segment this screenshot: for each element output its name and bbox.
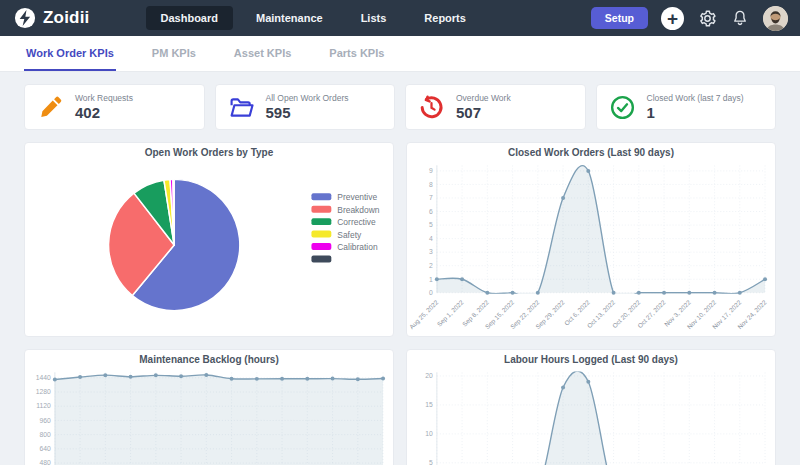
kpi-label: Work Requests [75, 93, 133, 103]
data-point[interactable] [129, 375, 133, 379]
y-axis-label: 1120 [36, 403, 51, 410]
y-axis-label: 20 [425, 372, 433, 379]
data-point[interactable] [536, 291, 540, 295]
y-axis-label: 480 [40, 459, 52, 465]
y-axis-label: 8 [429, 181, 433, 188]
area-fill [55, 375, 383, 465]
tab-asset-kpis[interactable]: Asset KPIs [232, 47, 293, 71]
pie-chart[interactable]: PreventiveBreakdownCorrectiveSafetyCalib… [27, 159, 391, 335]
setup-button[interactable]: Setup [591, 7, 648, 29]
chart-title: Labour Hours Logged (Last 90 days) [409, 354, 773, 366]
legend-swatch-safety[interactable] [311, 231, 331, 238]
line-chart[interactable]: 20151050 [409, 366, 773, 465]
tab-parts-kpis[interactable]: Parts KPIs [327, 47, 386, 71]
data-point[interactable] [612, 291, 616, 295]
data-point[interactable] [561, 196, 565, 200]
y-axis-label: 2 [429, 262, 433, 269]
y-axis-label: 960 [40, 417, 52, 424]
data-point[interactable] [662, 291, 666, 295]
legend-swatch-breakdown[interactable] [311, 206, 331, 213]
kpi-value: 402 [75, 104, 133, 121]
data-point[interactable] [561, 386, 565, 390]
data-point[interactable] [204, 373, 208, 377]
legend-label[interactable]: Corrective [337, 217, 376, 227]
user-avatar[interactable] [763, 6, 788, 31]
kpi-value: 595 [266, 104, 349, 121]
data-point[interactable] [305, 377, 309, 381]
data-point[interactable] [586, 169, 590, 173]
data-point[interactable] [485, 291, 489, 295]
chart-card-open-work-orders-by-type: Open Work Orders by TypePreventiveBreakd… [24, 142, 394, 337]
x-axis-label: Aug 25, 2022 [409, 298, 441, 331]
legend-label[interactable]: Preventive [337, 192, 377, 202]
kpi-label: Closed Work (last 7 days) [647, 93, 744, 103]
data-point[interactable] [713, 291, 717, 295]
tab-work-order-kpis[interactable]: Work Order KPIs [24, 47, 116, 71]
nav-item-maintenance[interactable]: Maintenance [241, 6, 338, 30]
data-point[interactable] [435, 277, 439, 281]
data-point[interactable] [78, 375, 82, 379]
kpi-row: Work Requests402All Open Work Orders595O… [24, 84, 776, 130]
data-point[interactable] [586, 380, 590, 384]
y-axis-label: 5 [429, 221, 433, 228]
data-point[interactable] [255, 377, 259, 381]
nav-item-lists[interactable]: Lists [346, 6, 402, 30]
legend-label[interactable]: Calibration [337, 242, 378, 252]
y-axis-label: 10 [425, 430, 433, 437]
data-point[interactable] [280, 377, 284, 381]
y-axis-label: 4 [429, 235, 433, 242]
legend-label[interactable]: Breakdown [337, 205, 380, 215]
nav-item-reports[interactable]: Reports [409, 6, 481, 30]
data-point[interactable] [763, 277, 767, 281]
data-point[interactable] [687, 291, 691, 295]
kpi-text: All Open Work Orders595 [266, 93, 349, 121]
y-axis-label: 800 [40, 431, 52, 438]
data-point[interactable] [381, 377, 385, 381]
data-point[interactable] [53, 378, 57, 382]
data-point[interactable] [738, 291, 742, 295]
folder-open-icon [228, 94, 255, 121]
top-navbar: Zoidii DashboardMaintenanceListsReports … [0, 0, 800, 36]
legend-swatch-corrective[interactable] [311, 218, 331, 225]
data-point[interactable] [637, 291, 641, 295]
kpi-text: Work Requests402 [75, 93, 133, 121]
line-chart[interactable]: 144012801120960800640480 [27, 366, 391, 465]
data-point[interactable] [460, 277, 464, 281]
main-nav: DashboardMaintenanceListsReports [146, 6, 481, 30]
legend-swatch-unlabeled[interactable] [311, 255, 331, 262]
y-axis-label: 7 [429, 194, 433, 201]
y-axis-label: 5 [429, 459, 433, 465]
kpi-card-closed-work-last-7-days[interactable]: Closed Work (last 7 days)1 [596, 84, 777, 130]
data-point[interactable] [154, 373, 158, 377]
data-point[interactable] [179, 374, 183, 378]
y-axis-label: 0 [429, 289, 433, 296]
data-point[interactable] [230, 377, 234, 381]
gear-icon[interactable] [697, 8, 717, 28]
kpi-card-work-requests[interactable]: Work Requests402 [24, 84, 205, 130]
data-point[interactable] [356, 377, 360, 381]
bell-icon[interactable] [730, 8, 750, 28]
brand-logo[interactable]: Zoidii [14, 7, 90, 29]
tab-pm-kpis[interactable]: PM KPIs [150, 47, 198, 71]
data-point[interactable] [511, 291, 515, 295]
nav-item-dashboard[interactable]: Dashboard [146, 6, 233, 30]
y-axis-label: 640 [40, 445, 52, 452]
line-chart[interactable]: 9876543210Aug 25, 2022Sep 1, 2022Sep 8, … [409, 159, 773, 337]
y-axis-label: 15 [425, 401, 433, 408]
zoidii-logo-icon [14, 7, 36, 29]
data-point[interactable] [331, 377, 335, 381]
legend-swatch-calibration[interactable] [311, 243, 331, 250]
legend-swatch-preventive[interactable] [311, 193, 331, 200]
kpi-value: 1 [647, 104, 744, 121]
data-point[interactable] [103, 373, 107, 377]
kpi-text: Closed Work (last 7 days)1 [647, 93, 744, 121]
add-icon[interactable]: + [661, 7, 684, 30]
kpi-card-overdue-work[interactable]: Overdue Work507 [405, 84, 586, 130]
navbar-actions: Setup + [591, 6, 788, 31]
kpi-card-all-open-work-orders[interactable]: All Open Work Orders595 [215, 84, 396, 130]
kpi-text: Overdue Work507 [456, 93, 511, 121]
legend-label[interactable]: Safety [337, 230, 362, 240]
chart-title: Maintenance Backlog (hours) [27, 354, 391, 366]
charts-grid: Open Work Orders by TypePreventiveBreakd… [24, 142, 776, 465]
y-axis-label: 1440 [36, 374, 51, 381]
